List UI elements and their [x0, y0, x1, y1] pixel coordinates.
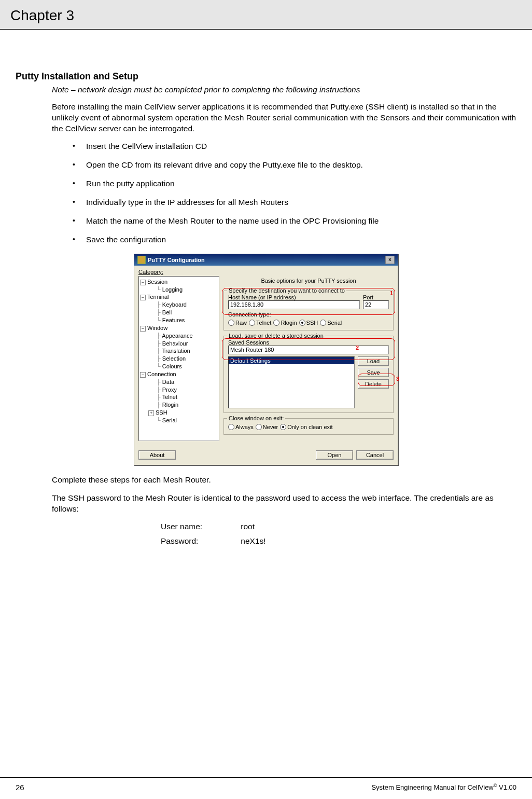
session-list-item[interactable]: Default Settings [229, 357, 354, 364]
connection-type-label: Connection type: [228, 311, 389, 318]
page-number: 26 [16, 783, 24, 792]
password-value: neX1s! [241, 536, 265, 545]
delete-button[interactable]: Delete [358, 379, 389, 389]
host-input[interactable] [228, 300, 360, 309]
host-label: Host Name (or IP address) [228, 294, 360, 300]
category-label: Category: [138, 269, 394, 275]
intro-paragraph: Before installing the main CellView serv… [52, 102, 516, 134]
about-button[interactable]: About [138, 450, 176, 460]
radio-clean[interactable]: Only on clean exit [280, 424, 332, 430]
putty-dialog: PuTTY Configuration × Category: −Session… [134, 254, 398, 465]
callout-3: 3 [396, 376, 399, 382]
destination-group: Specify the destination you want to conn… [223, 291, 394, 330]
cancel-button[interactable]: Cancel [356, 450, 394, 460]
close-exit-group: Close window on exit: Always Never Only … [223, 418, 394, 435]
list-item: Open the CD from its relevant drive and … [73, 160, 516, 170]
list-item: Individually type in the IP addresses fo… [73, 198, 516, 207]
port-label: Port [363, 294, 389, 300]
password-label: Password: [161, 536, 239, 546]
credentials-block: User name: root Password: neX1s! [161, 522, 516, 546]
list-item: Insert the CellView installation CD [73, 142, 516, 151]
dialog-title: PuTTY Configuration [148, 257, 205, 263]
category-tree[interactable]: −Session └ Logging −Terminal ├ Keyboard … [138, 276, 219, 441]
putty-icon [137, 256, 146, 264]
note-text: Note – network design must be completed … [52, 85, 516, 94]
dialog-titlebar: PuTTY Configuration × [134, 254, 398, 266]
radio-never[interactable]: Never [256, 424, 278, 430]
close-icon[interactable]: × [385, 256, 395, 264]
username-label: User name: [161, 522, 239, 531]
save-button[interactable]: Save [358, 368, 389, 377]
section-title: Putty Installation and Setup [16, 71, 516, 82]
radio-raw[interactable]: Raw [228, 320, 247, 326]
panel-title: Basic options for your PuTTY session [223, 276, 394, 285]
radio-serial[interactable]: Serial [320, 320, 342, 326]
after-paragraph-1: Complete these steps for each Mesh Route… [52, 475, 516, 486]
page-footer: 26 System Engineering Manual for CellVie… [0, 777, 532, 792]
username-value: root [241, 522, 255, 531]
list-item: Match the name of the Mesh Router to the… [73, 216, 516, 226]
after-paragraph-2: The SSH password to the Mesh Router is i… [52, 493, 516, 515]
open-button[interactable]: Open [316, 450, 353, 460]
instruction-list: Insert the CellView installation CD Open… [73, 142, 516, 244]
chapter-header: Chapter 3 [0, 0, 532, 30]
footer-title: System Engineering Manual for CellView© … [371, 783, 516, 791]
callout-1: 1 [390, 290, 393, 296]
sessions-group: Load, save or delete a stored session Sa… [223, 336, 394, 413]
radio-always[interactable]: Always [228, 424, 254, 430]
load-button[interactable]: Load [358, 356, 389, 366]
saved-label: Saved Sessions [228, 339, 389, 346]
radio-rlogin[interactable]: Rlogin [273, 320, 297, 326]
list-item: Save the configuration [73, 235, 516, 244]
session-list[interactable]: Default Settings [228, 356, 355, 408]
port-input[interactable] [363, 300, 389, 309]
saved-session-input[interactable] [228, 346, 389, 354]
callout-2: 2 [356, 345, 359, 351]
list-item: Run the putty application [73, 179, 516, 188]
radio-ssh[interactable]: SSH [299, 320, 318, 326]
radio-telnet[interactable]: Telnet [249, 320, 271, 326]
